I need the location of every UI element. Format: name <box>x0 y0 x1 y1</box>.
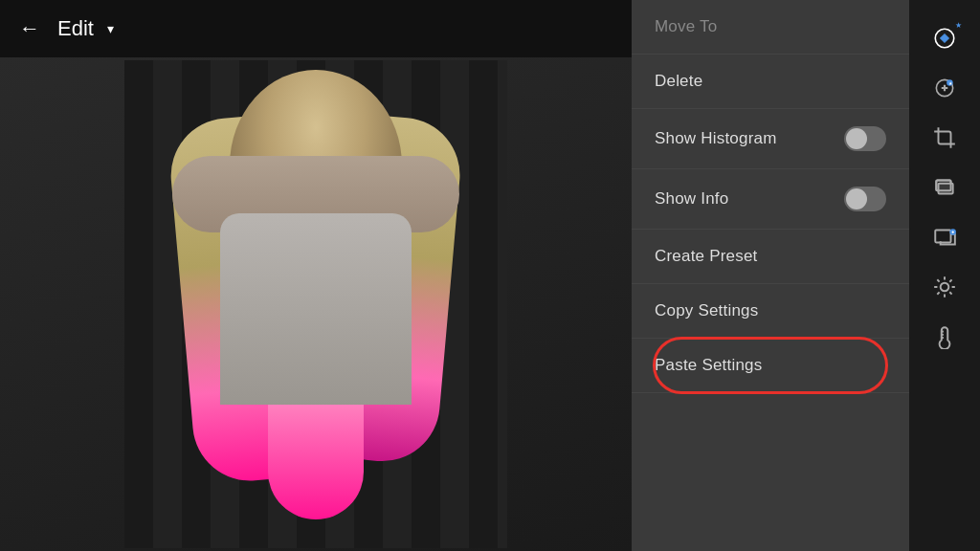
edit-label: Edit <box>57 16 94 41</box>
menu-item-show-info[interactable]: Show Info <box>632 169 909 230</box>
adjust-icon[interactable] <box>922 264 968 310</box>
healing-icon[interactable]: ★ <box>922 65 968 111</box>
menu-item-paste-settings-label: Paste Settings <box>655 356 762 375</box>
show-histogram-toggle[interactable] <box>844 126 886 151</box>
toggle-knob <box>846 128 867 149</box>
menu-item-show-histogram[interactable]: Show Histogram <box>632 109 909 169</box>
healing-svg: ★ <box>932 76 957 100</box>
menu-item-show-info-label: Show Info <box>655 189 728 209</box>
layers-svg <box>932 175 957 200</box>
menu-item-paste-settings[interactable]: Paste Settings <box>632 339 909 393</box>
smart-preview-svg <box>932 225 957 250</box>
magic-icon[interactable]: ★ <box>922 15 968 61</box>
photo-subject <box>124 60 507 548</box>
crop-svg <box>932 125 957 150</box>
context-menu: Move To Delete Show Histogram Show Info … <box>632 0 909 551</box>
menu-item-move-to: Move To <box>632 0 909 55</box>
menu-item-show-histogram-label: Show Histogram <box>655 129 777 148</box>
magic-badge: ★ <box>955 21 962 30</box>
menu-item-move-to-label: Move To <box>655 17 717 36</box>
adjust-svg <box>932 275 957 299</box>
edit-dropdown-arrow[interactable]: ▾ <box>107 21 114 36</box>
photo-area <box>0 57 632 551</box>
svg-point-9 <box>941 283 949 292</box>
menu-item-copy-settings-label: Copy Settings <box>655 301 758 320</box>
menu-item-create-preset-label: Create Preset <box>655 247 757 266</box>
layers-icon[interactable] <box>922 165 968 210</box>
temperature-icon[interactable] <box>922 314 968 360</box>
menu-item-copy-settings[interactable]: Copy Settings <box>632 284 909 339</box>
back-button[interactable]: ← <box>19 16 40 41</box>
smart-preview-icon[interactable] <box>922 214 968 260</box>
menu-item-delete-label: Delete <box>655 72 702 91</box>
right-sidebar: ★ ★ <box>909 0 980 551</box>
header: ← Edit ▾ <box>0 0 632 57</box>
magic-wand-svg <box>932 26 957 51</box>
photo-background <box>0 57 632 551</box>
menu-item-delete[interactable]: Delete <box>632 55 909 109</box>
crop-icon[interactable] <box>922 115 968 161</box>
menu-item-create-preset[interactable]: Create Preset <box>632 230 909 284</box>
show-info-toggle[interactable] <box>844 187 886 211</box>
temperature-svg <box>932 324 957 349</box>
svg-rect-7 <box>935 230 950 242</box>
toggle-knob-info <box>846 188 867 209</box>
